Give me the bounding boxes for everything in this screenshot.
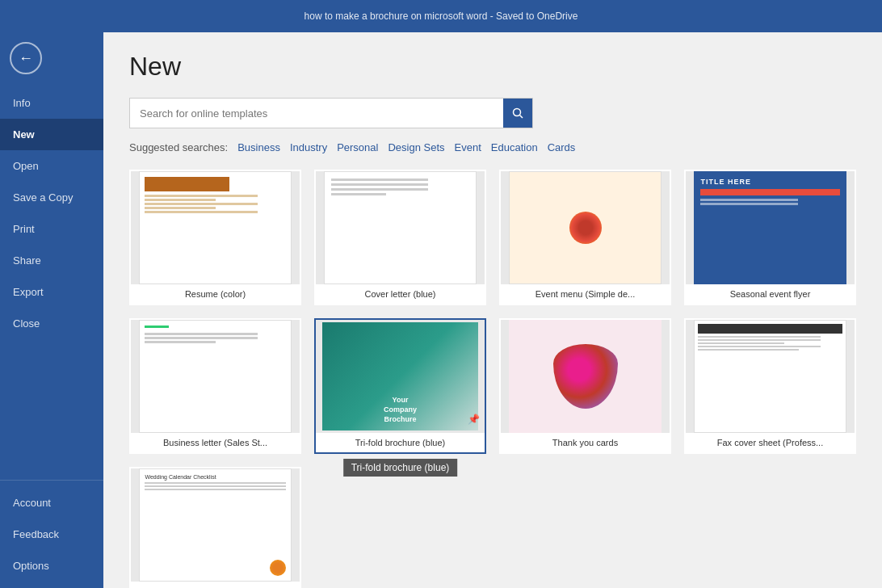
template-card-event-menu[interactable]: Event menu (Simple de... — [499, 170, 671, 305]
suggested-link-cards[interactable]: Cards — [548, 141, 576, 153]
suggested-link-education[interactable]: Education — [491, 141, 538, 153]
bm-text: YourCompanyBrochure — [384, 396, 417, 424]
fm-line-5 — [698, 349, 799, 351]
ty-flowers — [553, 344, 618, 409]
sidebar-item-feedback[interactable]: Feedback — [0, 519, 103, 550]
cm-line-4 — [331, 193, 386, 195]
cm-line-1 — [331, 178, 427, 181]
wedding-mock: Wedding Calendar Checklist — [139, 468, 291, 582]
sidebar: ← Info New Open Save a Copy Print Share … — [0, 32, 103, 588]
sidebar-divider — [0, 480, 103, 481]
bl-accent — [145, 326, 169, 328]
sidebar-item-save-copy[interactable]: Save a Copy — [0, 182, 103, 213]
fm-line-3 — [698, 342, 784, 344]
wm-line-3 — [145, 489, 285, 490]
template-thumb-seasonal: TITLE HERE — [686, 171, 855, 284]
template-thumb-event-menu — [501, 171, 670, 284]
seasonal-mock: TITLE HERE — [694, 171, 846, 284]
suggested-link-industry[interactable]: Industry — [290, 141, 327, 153]
sidebar-item-label: Open — [13, 160, 39, 172]
cover-mock — [324, 171, 476, 284]
template-card-seasonal-flyer[interactable]: TITLE HERE Seasonal event flyer — [684, 170, 856, 305]
template-label-wedding: Wedding Calendar Checklist — [131, 582, 300, 588]
resume-mock — [139, 171, 291, 284]
sidebar-item-options[interactable]: Options — [0, 550, 103, 582]
sidebar-item-print[interactable]: Print — [0, 213, 103, 245]
rm-line-short — [145, 199, 215, 201]
template-card-resume[interactable]: Resume (color) — [129, 170, 301, 305]
sidebar-item-close[interactable]: Close — [0, 308, 103, 339]
search-input[interactable] — [130, 101, 503, 126]
template-card-wedding[interactable]: Wedding Calendar Checklist Wedding Calen… — [129, 467, 301, 588]
search-button[interactable] — [503, 99, 532, 128]
svg-line-1 — [520, 116, 523, 119]
template-thumb-resume — [131, 171, 300, 284]
fm-line-1 — [698, 336, 820, 338]
rm-line — [145, 195, 257, 197]
suggested-link-design-sets[interactable]: Design Sets — [388, 141, 444, 153]
rm-line-3 — [145, 211, 257, 213]
sidebar-item-label: Info — [13, 97, 31, 109]
template-label-thank-you: Thank you cards — [501, 433, 670, 452]
sidebar-item-label: Save a Copy — [13, 191, 73, 204]
suggested-searches: Suggested searches: Business Industry Pe… — [129, 141, 856, 153]
sidebar-item-account[interactable]: Account — [0, 487, 103, 519]
template-card-fax[interactable]: Fax cover sheet (Profess... — [684, 318, 856, 454]
thankyou-mock — [509, 320, 661, 433]
template-card-cover-letter[interactable]: Cover letter (blue) — [314, 170, 486, 305]
content-area: New Suggested searches: Business Industr… — [103, 32, 882, 588]
brochure-tooltip: Tri-fold brochure (blue) — [343, 459, 458, 477]
fm-line-4 — [698, 346, 820, 347]
template-thumb-brochure: YourCompanyBrochure — [316, 320, 485, 433]
sidebar-item-info[interactable]: Info — [0, 87, 103, 119]
suggested-link-event[interactable]: Event — [455, 141, 481, 153]
cm-line-2 — [331, 183, 427, 186]
suggested-link-personal[interactable]: Personal — [337, 141, 378, 153]
wm-line-2 — [145, 485, 285, 487]
template-label-cover: Cover letter (blue) — [316, 284, 485, 304]
back-button[interactable]: ← — [10, 42, 42, 74]
fm-line-2 — [698, 339, 820, 341]
sidebar-item-export[interactable]: Export — [0, 276, 103, 308]
event-mock — [509, 171, 661, 284]
template-label-brochure: Tri-fold brochure (blue) — [316, 433, 485, 452]
search-bar — [129, 98, 533, 128]
suggested-link-business[interactable]: Business — [237, 141, 280, 153]
page-title: New — [129, 52, 856, 82]
template-card-brochure[interactable]: YourCompanyBrochure Tri-fold brochure (b… — [314, 318, 486, 454]
bl-line-3 — [145, 341, 215, 343]
sidebar-item-new[interactable]: New — [0, 119, 103, 150]
sidebar-item-label: Feedback — [13, 528, 59, 540]
template-card-thank-you[interactable]: Thank you cards — [499, 318, 671, 454]
sidebar-bottom: Account Feedback Options — [0, 473, 103, 588]
template-card-biz-letter[interactable]: Business letter (Sales St... — [129, 318, 301, 454]
sm-lines-1 — [700, 199, 797, 201]
cm-line-3 — [331, 188, 427, 191]
sm-bar — [700, 189, 839, 195]
rm-line-2 — [145, 203, 257, 205]
fm-header — [698, 324, 842, 334]
sidebar-item-open[interactable]: Open — [0, 150, 103, 182]
bizletter-mock — [139, 320, 291, 433]
wm-line-1 — [145, 482, 285, 484]
sidebar-item-label: Options — [13, 560, 49, 572]
pin-icon: 📌 — [468, 414, 480, 425]
templates-grid: Resume (color) Cover letter (blue) — [129, 170, 856, 588]
flower-decoration — [569, 212, 602, 244]
template-thumb-thank-you — [501, 320, 670, 433]
rm-line-short-2 — [145, 207, 215, 209]
sm-title: TITLE HERE — [700, 178, 751, 186]
sidebar-item-label: New — [13, 128, 35, 141]
template-thumb-wedding: Wedding Calendar Checklist — [131, 468, 300, 582]
template-label-seasonal: Seasonal event flyer — [686, 284, 855, 304]
fax-mock — [694, 320, 846, 433]
template-label-event: Event menu (Simple de... — [501, 284, 670, 304]
template-thumb-fax — [686, 320, 855, 433]
sidebar-item-share[interactable]: Share — [0, 245, 103, 276]
bl-line-2 — [145, 337, 257, 339]
title-bar-text: how to make a brochure on microsoft word… — [304, 10, 578, 22]
template-label-biz-letter: Business letter (Sales St... — [131, 433, 300, 452]
template-label-fax: Fax cover sheet (Profess... — [686, 433, 855, 452]
sidebar-item-label: Print — [13, 223, 35, 235]
suggested-label: Suggested searches: — [129, 141, 228, 153]
